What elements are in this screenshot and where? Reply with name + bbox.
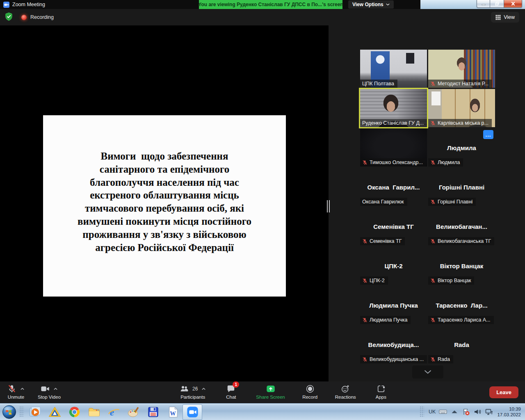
close-button[interactable] [504,0,522,8]
participant-tile[interactable]: Людмила...Людмила [428,128,495,167]
participant-name-label: Руденко Станіслав ГУ Д... [360,119,427,127]
hidden-icons-arrow[interactable] [450,408,459,416]
reactions-button[interactable]: Reactions [335,383,356,399]
participant-tile[interactable]: Тимошко Олександр... [360,128,427,167]
participant-tile[interactable]: Великобагачан...Великобагачанська ТГ [428,207,495,245]
media-player-taskbar-icon[interactable] [25,404,45,420]
muted-mic-icon [430,121,436,126]
triangle-app-taskbar-icon[interactable] [45,404,64,420]
stop-video-icon [41,384,50,393]
tile-more-options-button[interactable]: ... [483,130,493,139]
volume-icon[interactable] [473,408,482,416]
record-icon [306,384,315,393]
participant-name-label: Людмила [428,158,463,167]
participant-tile[interactable]: ЦПК-2ЦПК-2 [360,247,427,285]
chat-unread-badge: 1 [233,381,239,388]
chat-icon: 1 [226,384,235,393]
slide-text-line: агресією Російської Федерації [43,241,286,254]
recording-indicator-icon [21,15,27,20]
participant-name-label: Горішні Плавні [428,198,476,206]
word-taskbar-icon[interactable]: W [163,404,183,420]
participant-center-name: Людмила Пучка [360,301,427,308]
keyboard-icon[interactable] [439,408,447,416]
participant-tile[interactable]: Оксана Гаврил...Оксана Гаврилюк [360,168,427,206]
apps-icon [377,384,386,393]
chrome-taskbar-icon[interactable] [64,404,84,420]
window-title: Zoom Meeting [12,2,45,7]
participant-tile[interactable]: ЦПК Полтава [360,50,427,88]
participant-tile[interactable]: Великобудища...Великобудищанська ... [360,325,427,363]
participant-name-label: Оксана Гаврилюк [360,198,407,206]
shared-screen-slide: Вимоги щодо забезпеченнясанітарного та е… [43,115,286,297]
leave-button[interactable]: Leave [489,386,518,398]
action-center-flag-icon[interactable] [462,408,470,416]
slide-title-text: Вимоги щодо забезпеченнясанітарного та е… [43,115,286,254]
participant-tile[interactable]: Карлівська міська р... [428,89,495,127]
maximize-button[interactable] [490,0,504,8]
stop-video-button[interactable]: Stop Video [38,383,61,399]
paint-taskbar-icon[interactable] [123,404,143,420]
participant-tile[interactable]: Тарасенко Лар...Тарасенко Лариса А... [428,286,495,324]
gallery-next-page-button[interactable] [412,365,443,379]
muted-mic-icon [362,357,368,362]
panel-resize-handle[interactable] [327,200,330,212]
participant-tile[interactable]: Віктор ВанцакВіктор Ванцак [428,247,495,285]
minimize-button[interactable] [477,0,490,8]
muted-mic-icon [362,278,368,283]
slide-text-line: проживання у зв'язку з військовою [43,228,286,241]
reactions-icon [341,384,350,393]
participant-tile[interactable]: RadaRada [428,325,495,363]
participants-button[interactable]: 26Participants [180,383,206,399]
record-button[interactable]: Record [300,383,320,399]
tray-date: 17.03.2022 [497,412,521,418]
muted-mic-icon [430,357,436,362]
window-titlebar: Zoom Meeting You are viewing Руденко Ста… [0,0,525,9]
participant-center-name: Великобудища... [360,341,427,348]
slide-text-line: благополуччя населення під час [43,176,286,189]
toolbar-button-label: Apps [376,395,386,399]
muted-mic-icon [430,317,436,323]
file-explorer-taskbar-icon[interactable] [84,404,104,420]
participant-tile[interactable]: Людмила ПучкаЛюдмила Пучка [360,286,427,324]
slide-text-line: санітарного та епідемічного [43,163,286,176]
participant-name-label: Тимошко Олександр... [360,158,426,167]
participant-center-name: Горішні Плавні [428,183,495,190]
share-screen-button[interactable]: Share Screen [256,383,285,399]
chevron-up-icon[interactable] [53,387,58,390]
meeting-info-bar: Recording View [0,9,525,25]
participant-tile[interactable]: Семенівка ТГСеменівка ТГ [360,207,427,245]
toolbar-button-label: Unmute [8,395,24,399]
view-options-button[interactable]: View Options [348,0,394,9]
unmute-button[interactable]: Unmute [6,383,26,399]
participant-name-label: Тарасенко Лариса А... [428,316,494,324]
chevron-down-icon [424,370,432,374]
tray-clock[interactable]: 10:39 17.03.2022 [497,406,521,418]
floppy-save-app-taskbar-icon[interactable] [143,404,163,420]
participant-tile[interactable]: Методист Наталія Р... [428,50,495,88]
chat-button[interactable]: 1Chat [221,383,241,399]
internet-explorer-taskbar-icon[interactable]: e [104,404,123,420]
participant-tile[interactable]: Руденко Станіслав ГУ Д... [360,89,427,127]
muted-mic-icon [430,81,436,87]
toolbar-button-label: Share Screen [256,395,285,399]
zoom-taskbar-icon[interactable] [183,404,202,420]
participant-name-label: Семенівка ТГ [360,237,405,245]
meeting-security-shield-icon[interactable] [5,12,13,21]
muted-mic-icon [362,317,368,323]
participant-center-name: Великобагачан... [428,223,495,230]
language-indicator[interactable]: UK [429,409,436,415]
network-icon[interactable] [485,408,493,416]
chevron-up-icon[interactable] [20,387,25,390]
participant-name-label: Великобагачанська ТГ [428,237,494,245]
participant-name-label: Великобудищанська ... [360,355,427,363]
view-layout-button[interactable]: View [491,12,519,23]
participant-center-name: Людмила [428,144,495,151]
apps-button[interactable]: Apps [371,383,391,399]
tray-time: 10:39 [497,406,521,412]
start-button[interactable] [0,404,18,420]
participant-tile[interactable]: Горішні ПлавніГорішні Плавні [428,168,495,206]
participant-name-label: Rada [428,355,453,363]
meeting-main-area: Вимоги щодо забезпеченнясанітарного та е… [0,25,525,381]
participant-name-label: Людмила Пучка [360,316,411,324]
chevron-up-icon[interactable] [201,387,206,390]
